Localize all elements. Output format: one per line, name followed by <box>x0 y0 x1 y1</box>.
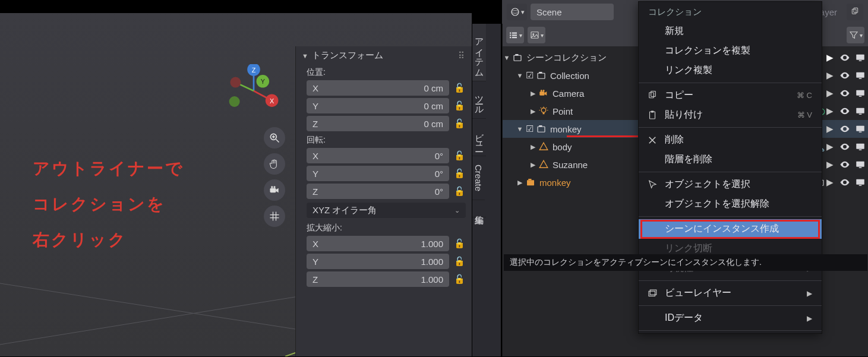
menu-item-label: ビューレイヤー <box>665 287 731 299</box>
sphere-icon <box>510 7 520 17</box>
annotation-line-3: 右クリック <box>33 222 184 258</box>
camera-view-button[interactable] <box>264 179 285 201</box>
rotation-y-field[interactable]: Y0° <box>307 166 449 181</box>
scale-z-field[interactable]: Z1.000 <box>307 271 449 287</box>
location-z-field[interactable]: Z0 cm <box>307 116 449 131</box>
viewport-toggle[interactable] <box>855 88 866 99</box>
svg-rect-46 <box>856 108 864 113</box>
menu-item[interactable]: コピー ⌘ C <box>639 86 822 105</box>
tab-create[interactable]: Create <box>472 156 485 200</box>
disclose-restrict-icon[interactable]: ▶ <box>825 70 835 81</box>
list-icon <box>508 30 519 40</box>
location-y-field[interactable]: Y0 cm <box>307 98 449 113</box>
pan-button[interactable] <box>264 153 285 175</box>
outliner-view-mode[interactable]: ▾ <box>528 27 545 43</box>
disclose-restrict-icon[interactable]: ▶ <box>825 124 835 134</box>
svg-rect-32 <box>514 55 521 61</box>
viewport-toggle[interactable] <box>855 159 866 170</box>
hide-toggle[interactable] <box>839 141 850 152</box>
scene-name-field[interactable]: Scene <box>531 4 614 20</box>
viewport-toggle[interactable] <box>855 106 866 116</box>
exclude-checkbox[interactable]: ☑ <box>524 124 535 134</box>
svg-rect-40 <box>539 91 544 96</box>
svg-rect-64 <box>650 112 655 119</box>
disclose-restrict-icon[interactable]: ▶ <box>825 88 835 99</box>
scene-browse-button[interactable]: ▾ <box>507 4 527 20</box>
disclose-restrict-icon[interactable]: ▶ <box>825 159 835 170</box>
tab-item[interactable]: アイテム <box>472 24 486 81</box>
tab-edit[interactable]: 編集 <box>472 200 486 217</box>
menu-item[interactable]: 貼り付け ⌘ V <box>639 105 822 125</box>
viewport-toggle[interactable] <box>855 124 866 134</box>
rotation-x-field[interactable]: X0° <box>307 148 449 163</box>
lock-icon[interactable]: 🔓 <box>453 100 466 111</box>
tab-view[interactable]: ビュー <box>472 119 486 156</box>
location-x-field[interactable]: X0 cm <box>307 80 449 96</box>
disclose-restrict-icon[interactable]: ▶ <box>825 106 835 116</box>
menu-item[interactable]: シーンにインスタンス作成 <box>639 219 822 239</box>
hide-toggle[interactable] <box>839 52 850 63</box>
outliner-filter[interactable]: ▾ <box>847 27 864 43</box>
viewport-toggle[interactable] <box>855 70 866 81</box>
rotation-mode-select[interactable]: XYZ オイラー角⌄ <box>307 203 466 218</box>
svg-rect-61 <box>859 185 862 187</box>
svg-rect-39 <box>859 78 862 80</box>
collection-icon <box>511 52 524 63</box>
svg-rect-35 <box>859 61 862 62</box>
svg-rect-47 <box>859 114 862 115</box>
lock-icon[interactable]: 🔓 <box>453 186 466 197</box>
disclose-restrict-icon[interactable]: ▶ <box>825 177 835 188</box>
menu-item[interactable]: コレクションを複製 <box>639 41 822 61</box>
annotation-line-2: コレクションを <box>33 187 184 222</box>
menu-item[interactable]: リンク複製 <box>639 61 822 80</box>
image-icon <box>529 30 540 40</box>
lock-icon[interactable]: 🔓 <box>453 238 466 249</box>
hide-toggle[interactable] <box>839 159 850 170</box>
svg-rect-49 <box>539 125 542 127</box>
menu-item[interactable]: IDデータ ▶ <box>639 308 822 328</box>
lock-icon[interactable]: 🔓 <box>453 150 466 161</box>
lock-icon[interactable]: 🔓 <box>453 256 466 267</box>
svg-rect-67 <box>650 290 656 295</box>
rotation-z-field[interactable]: Z0° <box>307 184 449 199</box>
scale-header: 拡大縮小: <box>296 220 472 235</box>
scale-y-field[interactable]: Y1.000 <box>307 254 449 269</box>
hide-toggle[interactable] <box>839 88 850 99</box>
submenu-icon: ▶ <box>807 289 812 298</box>
menu-item[interactable]: 削除 <box>639 130 822 150</box>
disclosure-icon: ▼ <box>302 52 308 59</box>
hide-toggle[interactable] <box>839 124 850 134</box>
menu-item-label: オブジェクトを選択 <box>665 178 750 191</box>
viewport-toggle[interactable] <box>855 177 866 188</box>
new-view-layer-button[interactable] <box>847 4 863 20</box>
transform-panel-header[interactable]: ▼ トランスフォーム ⠿ <box>296 46 472 65</box>
ortho-toggle-button[interactable] <box>264 206 285 227</box>
scale-x-field[interactable]: X1.000 <box>307 236 449 251</box>
menu-item[interactable]: ビューレイヤー ▶ <box>639 283 822 303</box>
zoom-button[interactable] <box>264 127 285 149</box>
lock-icon[interactable]: 🔓 <box>453 274 466 285</box>
drag-handle-icon[interactable]: ⠿ <box>458 50 466 61</box>
menu-item[interactable]: オブジェクトを選択 <box>639 175 822 194</box>
disclose-restrict-icon[interactable]: ▶ <box>825 141 835 152</box>
exclude-checkbox[interactable]: ☑ <box>524 70 535 81</box>
svg-rect-2 <box>852 9 856 14</box>
svg-text:Y: Y <box>261 78 265 85</box>
viewport-toggle[interactable] <box>855 52 866 63</box>
disclose-restrict-icon[interactable]: ▶ <box>825 52 835 63</box>
hide-toggle[interactable] <box>839 70 850 81</box>
tab-tool[interactable]: ツール <box>472 81 486 119</box>
menu-item[interactable]: オブジェクトを選択解除 <box>639 194 822 214</box>
outliner-display-mode[interactable]: ▾ <box>506 27 524 43</box>
menu-item[interactable]: 階層を削除 <box>639 150 822 169</box>
lock-icon[interactable]: 🔓 <box>453 118 466 129</box>
lock-icon[interactable]: 🔓 <box>453 83 466 93</box>
svg-rect-34 <box>856 55 864 60</box>
nav-gizmo[interactable]: Z X Y <box>227 64 280 118</box>
hide-toggle[interactable] <box>839 177 850 188</box>
viewport-toggle[interactable] <box>855 141 866 152</box>
rotation-header: 回転: <box>296 132 472 147</box>
menu-item[interactable]: 新規 <box>639 21 822 41</box>
hide-toggle[interactable] <box>839 106 850 116</box>
lock-icon[interactable]: 🔓 <box>453 168 466 179</box>
